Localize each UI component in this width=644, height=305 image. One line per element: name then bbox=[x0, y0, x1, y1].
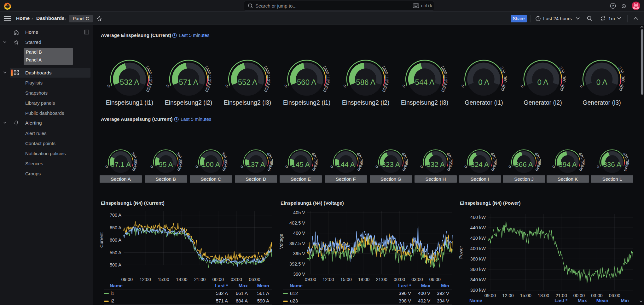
svg-text:1250: 1250 bbox=[145, 82, 153, 92]
svg-text:0: 0 bbox=[284, 164, 289, 169]
svg-text:360: 360 bbox=[503, 76, 508, 83]
svg-text:03:00: 03:00 bbox=[411, 277, 423, 281]
svg-text:380 kW: 380 kW bbox=[470, 256, 486, 261]
svg-text:12:00: 12:00 bbox=[502, 293, 513, 298]
svg-text:392.5 V: 392.5 V bbox=[289, 261, 305, 267]
svg-text:550 A: 550 A bbox=[110, 250, 121, 255]
svg-text:340: 340 bbox=[221, 151, 228, 159]
svg-text:840: 840 bbox=[266, 164, 273, 172]
svg-text:0: 0 bbox=[149, 164, 154, 169]
svg-text:571 A: 571 A bbox=[179, 78, 198, 86]
svg-text:395 V: 395 V bbox=[293, 251, 305, 256]
svg-text:360 kW: 360 kW bbox=[470, 267, 486, 272]
svg-text:670: 670 bbox=[622, 152, 629, 159]
svg-text:0: 0 bbox=[224, 84, 229, 89]
svg-text:0: 0 bbox=[329, 164, 334, 169]
svg-text:670: 670 bbox=[534, 152, 541, 159]
svg-text:320: 320 bbox=[558, 66, 566, 74]
svg-text:400: 400 bbox=[559, 83, 566, 91]
svg-text:21:00: 21:00 bbox=[376, 277, 387, 281]
svg-text:340 kW: 340 kW bbox=[470, 277, 486, 282]
svg-text:552 A: 552 A bbox=[238, 78, 257, 86]
svg-text:06:00: 06:00 bbox=[249, 277, 260, 281]
svg-text:0: 0 bbox=[520, 84, 525, 89]
svg-text:100 A: 100 A bbox=[202, 161, 220, 168]
svg-text:397.5 V: 397.5 V bbox=[289, 241, 305, 246]
svg-text:03:00: 03:00 bbox=[591, 293, 602, 298]
svg-text:18:00: 18:00 bbox=[358, 277, 369, 281]
svg-text:Power: Power bbox=[458, 246, 463, 259]
svg-text:0: 0 bbox=[104, 164, 109, 169]
svg-text:1250: 1250 bbox=[322, 82, 330, 92]
svg-text:0: 0 bbox=[240, 164, 244, 169]
svg-text:840: 840 bbox=[446, 164, 453, 172]
svg-text:670: 670 bbox=[356, 152, 363, 159]
svg-text:430: 430 bbox=[131, 164, 138, 172]
svg-text:18:00: 18:00 bbox=[176, 277, 187, 281]
svg-text:405 V: 405 V bbox=[293, 210, 305, 215]
svg-text:323 A: 323 A bbox=[382, 161, 400, 168]
svg-text:840: 840 bbox=[623, 164, 629, 172]
svg-text:460 kW: 460 kW bbox=[470, 215, 486, 220]
svg-text:0: 0 bbox=[596, 164, 600, 169]
svg-text:544 A: 544 A bbox=[415, 78, 434, 86]
svg-text:0 A: 0 A bbox=[537, 78, 548, 86]
svg-text:0: 0 bbox=[508, 164, 512, 169]
svg-text:400 V: 400 V bbox=[293, 231, 305, 236]
svg-text:670: 670 bbox=[490, 152, 497, 159]
svg-text:400 kW: 400 kW bbox=[470, 246, 486, 251]
svg-text:440 kW: 440 kW bbox=[470, 225, 486, 230]
svg-text:06:00: 06:00 bbox=[609, 293, 620, 298]
svg-text:320: 320 bbox=[499, 66, 507, 74]
svg-text:Current: Current bbox=[99, 232, 104, 248]
svg-text:15:00: 15:00 bbox=[520, 293, 531, 298]
svg-text:400: 400 bbox=[618, 83, 625, 91]
svg-text:0: 0 bbox=[165, 84, 170, 89]
svg-text:500 A: 500 A bbox=[110, 262, 121, 267]
svg-text:0: 0 bbox=[551, 164, 556, 169]
svg-text:390 V: 390 V bbox=[293, 272, 305, 277]
svg-text:06:00: 06:00 bbox=[429, 277, 441, 281]
svg-text:09:00: 09:00 bbox=[121, 277, 133, 281]
svg-text:0 A: 0 A bbox=[478, 78, 489, 86]
svg-text:840: 840 bbox=[578, 164, 585, 172]
svg-text:144 A: 144 A bbox=[337, 161, 355, 168]
svg-text:840: 840 bbox=[490, 164, 497, 172]
svg-text:320 kW: 320 kW bbox=[470, 288, 486, 293]
svg-text:95 A: 95 A bbox=[159, 161, 173, 168]
svg-text:402.5 V: 402.5 V bbox=[289, 220, 305, 226]
svg-text:670: 670 bbox=[266, 152, 273, 159]
svg-text:336 A: 336 A bbox=[603, 161, 621, 168]
svg-text:420 kW: 420 kW bbox=[470, 236, 486, 241]
svg-text:366 A: 366 A bbox=[515, 161, 533, 168]
svg-text:15:00: 15:00 bbox=[158, 277, 169, 281]
svg-text:340: 340 bbox=[176, 151, 183, 159]
svg-text:600 A: 600 A bbox=[110, 238, 121, 243]
svg-text:586 A: 586 A bbox=[356, 78, 375, 86]
svg-text:0: 0 bbox=[463, 164, 468, 169]
svg-text:0: 0 bbox=[343, 84, 347, 89]
svg-text:00:00: 00:00 bbox=[394, 277, 405, 281]
svg-text:324 A: 324 A bbox=[471, 161, 489, 168]
svg-text:670: 670 bbox=[311, 152, 318, 159]
svg-text:332 A: 332 A bbox=[426, 161, 445, 168]
svg-text:360: 360 bbox=[562, 76, 566, 83]
svg-text:840: 840 bbox=[311, 164, 318, 172]
svg-text:670: 670 bbox=[578, 152, 585, 159]
svg-text:21:00: 21:00 bbox=[555, 293, 567, 298]
svg-text:0 A: 0 A bbox=[596, 78, 607, 86]
svg-text:?: ? bbox=[612, 4, 614, 8]
svg-text:840: 840 bbox=[401, 164, 408, 172]
svg-text:0: 0 bbox=[194, 164, 199, 169]
svg-text:03:00: 03:00 bbox=[231, 277, 242, 281]
svg-text:430: 430 bbox=[221, 164, 228, 172]
svg-text:145 A: 145 A bbox=[292, 161, 310, 168]
svg-text:137 A: 137 A bbox=[247, 161, 265, 168]
svg-text:00:00: 00:00 bbox=[212, 277, 224, 281]
svg-text:700 A: 700 A bbox=[110, 213, 121, 218]
svg-text:12:00: 12:00 bbox=[322, 277, 334, 281]
svg-text:0: 0 bbox=[579, 84, 583, 89]
svg-text:12:00: 12:00 bbox=[140, 277, 151, 281]
svg-text:394 A: 394 A bbox=[559, 161, 577, 168]
svg-text:0: 0 bbox=[374, 164, 379, 169]
